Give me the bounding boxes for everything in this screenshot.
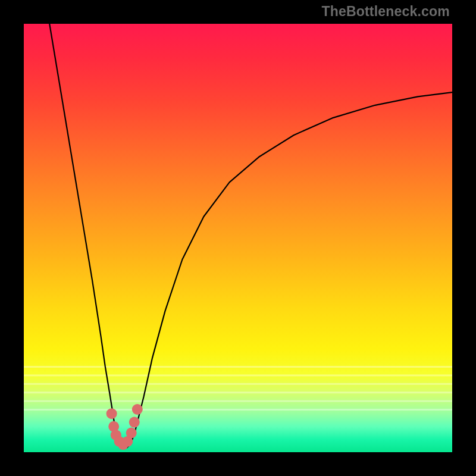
soft-band xyxy=(24,374,452,376)
soft-band xyxy=(24,392,452,393)
soft-band xyxy=(24,383,452,385)
chart-svg xyxy=(24,24,452,452)
valley-marker xyxy=(126,428,137,439)
soft-band xyxy=(24,400,452,402)
valley-marker xyxy=(129,417,140,428)
watermark-text: TheBottleneck.com xyxy=(321,4,450,20)
soft-band xyxy=(24,366,452,368)
valley-marker xyxy=(107,408,117,419)
valley-marker-group xyxy=(107,404,143,450)
soft-bands xyxy=(24,366,452,411)
plot-area xyxy=(24,24,452,452)
outer-frame: TheBottleneck.com xyxy=(0,0,476,476)
valley-marker xyxy=(132,404,143,415)
soft-band xyxy=(24,409,452,411)
